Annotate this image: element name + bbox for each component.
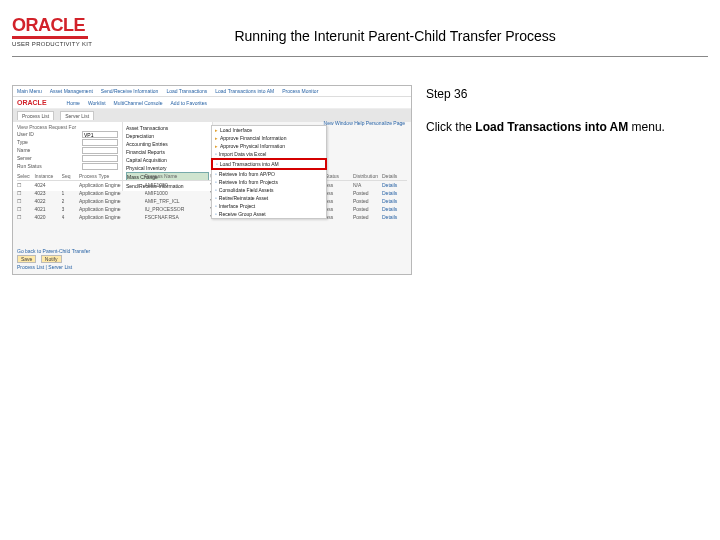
header: ORACLE USER PRODUCTIVITY KIT Running the… [0,0,720,56]
col-seq: Seq [62,173,75,179]
cell-instance: 4024 [34,182,57,188]
cell-seq: 2 [62,198,75,204]
nav-item[interactable]: Asset Transactions [126,124,209,131]
label-run-status: Run Status [17,163,42,170]
cell-instance: 4023 [34,190,57,196]
input-run-status[interactable] [82,163,118,170]
breadcrumb-item[interactable]: Load Transactions into AM [215,88,274,94]
cell-select[interactable]: ☐ [17,214,30,220]
link-worklist[interactable]: Worklist [88,100,106,106]
filter-title: View Process Request For [17,124,118,130]
cell-select[interactable]: ☐ [17,206,30,212]
inner-brand-bar: ORACLE Home Worklist MultiChannel Consol… [13,97,411,109]
breadcrumb-item[interactable]: Load Transactions [166,88,207,94]
input-user-id[interactable] [82,131,118,138]
instruction-prefix: Click the [426,120,475,134]
flyout-item[interactable]: Interface Project [212,202,326,210]
nav-item[interactable]: Physical Inventory [126,164,209,171]
notify-button[interactable]: Notify [41,255,62,263]
cell-pname: AMIF_TRF_ICL [145,198,207,204]
breadcrumb-item[interactable]: Main Menu [17,88,42,94]
content-row: Main Menu Asset Management Send/Receive … [0,65,720,275]
input-name[interactable] [82,147,118,154]
label-server: Server [17,155,32,162]
col-ptype: Process Type [79,173,141,179]
global-links: Home Worklist MultiChannel Console Add t… [67,100,207,106]
flyout-item[interactable]: Retrieve Info from AP/PO [212,170,326,178]
label-user-id: User ID [17,131,34,138]
link-home[interactable]: Home [67,100,80,106]
cell-seq: 4 [62,214,75,220]
cell-select[interactable]: ☐ [17,190,30,196]
cell-details[interactable]: Details [382,206,407,212]
input-server[interactable] [82,155,118,162]
oracle-logo: ORACLE [12,16,85,34]
cell-ptype: Application Engine [79,198,141,204]
cell-select[interactable]: ☐ [17,198,30,204]
cell-ptype: Application Engine [79,214,141,220]
flyout-item[interactable]: Approve Financial Information [212,134,326,142]
flyout-menu: Load Interface Approve Financial Informa… [211,125,327,219]
cell-dstat: Posted [353,214,378,220]
breadcrumb-item[interactable]: Asset Management [50,88,93,94]
col-instance: Instance [34,173,57,179]
cell-ptype: Application Engine [79,190,141,196]
flyout-item[interactable]: Receive Group Asset [212,210,326,218]
instruction-target: Load Transactions into AM [475,120,628,134]
flyout-item[interactable]: Approve Physical Information [212,142,326,150]
cell-details[interactable]: Details [382,198,407,204]
cell-pname: FSCFNAF.RSA [145,214,207,220]
cell-select[interactable]: ☐ [17,182,30,188]
cell-dstat: N/A [353,182,378,188]
cell-ptype: Application Engine [79,182,141,188]
col-select: Select [17,173,30,179]
page-title: Running the Interunit Parent-Child Trans… [112,18,708,44]
cell-dstat: Posted [353,198,378,204]
save-button[interactable]: Save [17,255,36,263]
nav-item[interactable]: Depreciation [126,132,209,139]
breadcrumb: Main Menu Asset Management Send/Receive … [13,86,411,97]
cell-instance: 4020 [34,214,57,220]
cell-details[interactable]: Details [382,182,407,188]
cell-seq: 1 [62,190,75,196]
flyout-item[interactable]: Load Interface [212,126,326,134]
link-fav[interactable]: Add to Favorites [171,100,207,106]
breadcrumb-item[interactable]: Process Monitor [282,88,318,94]
cell-ptype: Application Engine [79,206,141,212]
flyout-item-highlighted[interactable]: Load Transactions into AM [211,158,327,170]
cell-details[interactable]: Details [382,190,407,196]
product-line: USER PRODUCTIVITY KIT [12,41,92,47]
cell-details[interactable]: Details [382,214,407,220]
nav-item[interactable]: Financial Reports [126,148,209,155]
inner-oracle-logo: ORACLE [17,99,47,106]
flyout-item[interactable]: Consolidate Field Assets [212,186,326,194]
label-type: Type [17,139,28,146]
col-dstat: Distribution Status [353,173,378,179]
flyout-item[interactable]: Retire/Reinstate Asset [212,194,326,202]
return-link[interactable]: Go back to Parent-Child Transfer [17,248,90,254]
cell-pname: IU_PROCESSOR [145,206,207,212]
flyout-item[interactable]: Retrieve Info from Projects [212,178,326,186]
tab-process-list[interactable]: Process List [17,111,54,120]
cell-seq [62,182,75,188]
tab-server-list[interactable]: Server List [60,111,94,120]
nav-item[interactable]: Accounting Entries [126,140,209,147]
instruction-pane: Step 36 Click the Load Transactions into… [426,85,708,275]
logo-block: ORACLE USER PRODUCTIVITY KIT [12,16,92,47]
breadcrumb-item[interactable]: Send/Receive Information [101,88,159,94]
cell-dstat: Posted [353,206,378,212]
label-name: Name [17,147,30,154]
cell-dstat: Posted [353,190,378,196]
embedded-screenshot: Main Menu Asset Management Send/Receive … [12,85,412,275]
cell-pname: AMIF1000 [145,190,207,196]
flyout-item[interactable]: Import Data via Excel [212,150,326,158]
step-label: Step 36 [426,87,708,101]
footer-buttons: Save Notify [17,256,90,262]
bottom-tab-links[interactable]: Process List | Server List [17,264,90,270]
nav-item[interactable]: Capital Acquisition [126,156,209,163]
instruction-text: Click the Load Transactions into AM menu… [426,119,708,135]
screenshot-footer: Go back to Parent-Child Transfer Save No… [17,248,90,270]
link-mcc[interactable]: MultiChannel Console [114,100,163,106]
input-type[interactable] [82,139,118,146]
instruction-suffix: menu. [628,120,665,134]
